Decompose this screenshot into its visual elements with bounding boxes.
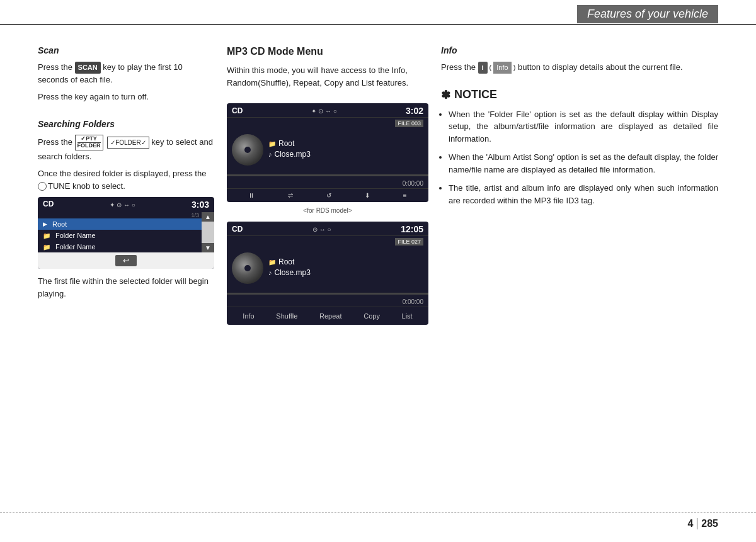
notice-list: When the 'Folder File' option is set as … [441, 108, 718, 207]
cd2-icons: ⊙ ↔ ○ [312, 226, 331, 233]
col-right: Info Press the i ( Info ) button to disp… [441, 44, 718, 329]
cd1-folder-line: 📁 Root [268, 139, 423, 148]
cd1-body: 📁 Root ♪ Close.mp3 [227, 128, 428, 172]
cd1-folder-name: Root [278, 139, 294, 148]
cd-icons-left: ✦ ⊙ ↔ ○ [110, 200, 135, 210]
page-title: Features of your vehicle [587, 8, 708, 20]
paren-close: ) [513, 62, 516, 73]
cd2-bottom-bar: Info Shuffle Repeat Copy List [227, 307, 428, 325]
paren-open: ( [490, 62, 492, 73]
scroll-up-btn[interactable]: ▲ [202, 212, 214, 222]
cd2-file-tag-row: FILE 027 [227, 236, 428, 246]
cd1-ctrl-shuffle[interactable]: ⇌ [288, 192, 293, 199]
info-para: Press the i ( Info ) button to display d… [441, 61, 718, 74]
cd-label-left: CD [43, 200, 54, 210]
cd2-file-name: Close.mp3 [275, 268, 311, 277]
play-icon: ▶ [43, 221, 47, 227]
searching-para1: Press the ✓PTY FOLDER ✓FOLDER✓ key to se… [38, 135, 214, 162]
cd-screen-2: CD ⊙ ↔ ○ 12:05 FILE 027 📁 Root ♪ [227, 222, 428, 325]
info-label-badge: Info [493, 62, 511, 74]
folder-content: 1/3 ▶ Root 📁 Folder Name 📁 Folder Name [38, 212, 214, 252]
cd1-ctrl-repeat[interactable]: ↺ [326, 192, 331, 199]
info-button-group: i ( Info ) [478, 62, 516, 74]
footer-page-number: 285 [701, 518, 718, 529]
cd2-disc-hole [244, 265, 251, 271]
searching-para3: The first file within the selected folde… [38, 275, 214, 300]
cd2-disc [232, 252, 263, 284]
cd2-btn-copy[interactable]: Copy [360, 311, 384, 321]
tune-label: TUNE [48, 181, 70, 191]
col-mid: MP3 CD Mode Menu Within this mode, you w… [227, 44, 428, 329]
cd2-track-info: 📁 Root ♪ Close.mp3 [268, 257, 423, 279]
cd2-btn-info[interactable]: Info [239, 311, 258, 321]
notice-label: NOTICE [454, 88, 497, 101]
header-title-area: Features of your vehicle [577, 5, 718, 23]
folder-root-label: Root [52, 220, 67, 228]
folder-back-row: ↩ [38, 252, 214, 269]
notice-item-3: The title, artist and album info are dis… [449, 182, 718, 206]
cd2-time: 12:05 [401, 224, 423, 234]
header-bar: Features of your vehicle [0, 0, 756, 25]
cd1-progress [227, 174, 428, 176]
footer-chapter: 4 [687, 518, 697, 529]
cd2-body: 📁 Root ♪ Close.mp3 [227, 246, 428, 290]
cd2-folder-icon: 📁 [268, 259, 276, 266]
cd2-folder-line: 📁 Root [268, 257, 423, 266]
searching-para2: Once the desired folder is displayed, pr… [38, 167, 214, 192]
main-content: Scan Press the SCAN key to play the firs… [0, 25, 756, 341]
folder-icon-1: 📁 [43, 232, 50, 239]
scan-para1: Press the SCAN key to play the first 10 … [38, 61, 214, 86]
folder-icon-2: 📁 [43, 244, 50, 251]
notice-item-2: When the 'Album Artist Song' option is s… [449, 151, 718, 176]
cd2-note-icon: ♪ [268, 269, 272, 276]
cd2-btn-list[interactable]: List [398, 311, 416, 321]
cd1-ctrl-list[interactable]: ≡ [403, 192, 407, 199]
rds-note: <for RDS model> [227, 206, 428, 215]
folder-list: 1/3 ▶ Root 📁 Folder Name 📁 Folder Name [38, 212, 202, 252]
cd2-label: CD [232, 225, 243, 234]
cd1-folder-icon: 📁 [268, 140, 276, 147]
scan-para2: Press the key again to turn off. [38, 91, 214, 103]
folder-row-1: 📁 Folder Name [38, 230, 202, 241]
folder-row-root: ▶ Root [38, 218, 202, 230]
scroll-down-btn[interactable]: ▼ [202, 243, 214, 252]
folder-screen-top: CD ✦ ⊙ ↔ ○ 3:03 [38, 197, 214, 212]
searching-title: Searching Folders [38, 118, 214, 131]
cd2-progress [227, 293, 428, 295]
scan-title: Scan [38, 44, 214, 57]
notice-star: ✽ [441, 88, 450, 102]
scan-badge: SCAN [75, 62, 101, 74]
cd-time-left: 3:03 [192, 200, 209, 210]
cd-screen-1: CD ✦ ⊙ ↔ ○ 3:02 FILE 003 📁 Root ♪ [227, 103, 428, 202]
cd-screen-1-top: CD ✦ ⊙ ↔ ○ 3:02 [227, 103, 428, 118]
cd1-file-tag: FILE 003 [395, 120, 423, 127]
cd1-ctrl-download[interactable]: ⬇ [365, 192, 370, 199]
folder-page: 1/3 [38, 212, 202, 218]
folder-name-2: Folder Name [55, 243, 96, 251]
mp3-description: Within this mode, you will have access t… [227, 64, 428, 89]
cd1-controls: ⏸ ⇌ ↺ ⬇ ≡ [227, 188, 428, 202]
cd1-timer: 0:00:00 [227, 179, 428, 188]
cd1-icons: ✦ ⊙ ↔ ○ [311, 108, 336, 115]
folder-row-2: 📁 Folder Name [38, 241, 202, 252]
footer-page: 4 285 [687, 518, 718, 529]
folder-screen: CD ✦ ⊙ ↔ ○ 3:03 1/3 ▶ Root 📁 Folder Name [38, 197, 214, 269]
pty-badge: ✓PTY FOLDER [75, 135, 103, 150]
cd1-ctrl-pause[interactable]: ⏸ [248, 192, 255, 199]
searching-section: Searching Folders Press the ✓PTY FOLDER … [38, 118, 214, 300]
cd-screen-2-top: CD ⊙ ↔ ○ 12:05 [227, 222, 428, 236]
cd1-disc-hole [244, 147, 251, 153]
footer: 4 285 [0, 512, 756, 529]
cd1-track-info: 📁 Root ♪ Close.mp3 [268, 139, 423, 161]
notice-section: ✽ NOTICE When the 'Folder File' option i… [441, 88, 718, 207]
back-button[interactable]: ↩ [115, 255, 137, 266]
notice-title: ✽ NOTICE [441, 88, 718, 102]
cd1-disc [232, 134, 263, 166]
cd2-file-tag: FILE 027 [395, 238, 423, 246]
folder-badge: ✓FOLDER✓ [107, 137, 151, 147]
cd2-btn-repeat[interactable]: Repeat [316, 311, 345, 321]
cd1-file-tag-row: FILE 003 [227, 118, 428, 128]
cd2-btn-shuffle[interactable]: Shuffle [272, 311, 301, 321]
cd2-timer: 0:00:00 [227, 297, 428, 307]
cd2-file-line: ♪ Close.mp3 [268, 268, 423, 277]
